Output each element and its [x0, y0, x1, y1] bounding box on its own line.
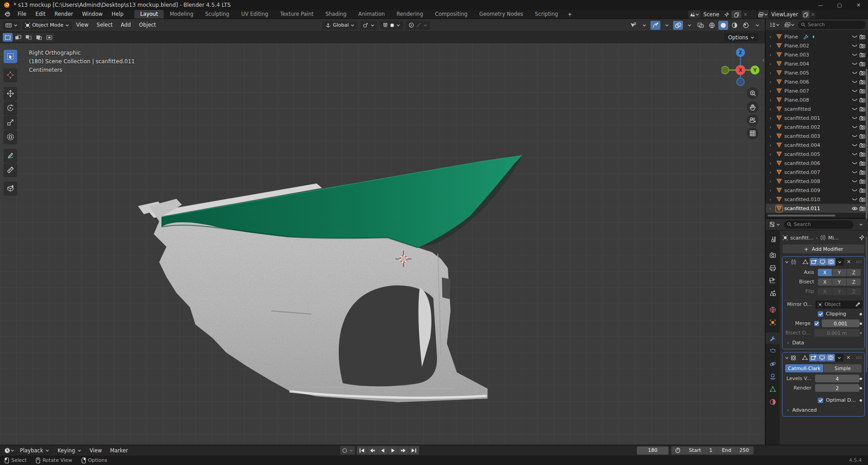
- pin-id-icon[interactable]: [859, 235, 864, 240]
- region-collapse-arrow[interactable]: ‹: [762, 57, 764, 63]
- outliner-item-scanfitted.004[interactable]: ›scanfitted.004: [766, 141, 868, 150]
- camera-visibility-icon[interactable]: [859, 116, 865, 121]
- workspace-tab-uv-editing[interactable]: UV Editing: [235, 10, 274, 19]
- eye-closed-icon[interactable]: [852, 197, 858, 201]
- expand-icon[interactable]: ›: [769, 169, 774, 175]
- timeline-menu-marker[interactable]: Marker: [106, 447, 132, 454]
- eye-closed-icon[interactable]: [852, 125, 858, 129]
- drag-handle-icon[interactable]: [856, 260, 862, 263]
- remove-modifier-icon[interactable]: ✕: [847, 259, 851, 265]
- properties-tab-world-icon[interactable]: [766, 304, 780, 315]
- overlays-dropdown[interactable]: [684, 21, 694, 30]
- camera-visibility-icon[interactable]: [859, 61, 865, 66]
- viewport-menu-object[interactable]: Object: [135, 19, 160, 31]
- eye-closed-icon[interactable]: [852, 80, 858, 84]
- properties-scrollbar[interactable]: [866, 237, 868, 372]
- close-button[interactable]: ✕: [849, 0, 868, 10]
- tool-rotate[interactable]: [4, 101, 17, 115]
- shading-dropdown[interactable]: [752, 21, 762, 30]
- advanced-subpanel-header[interactable]: ›Advanced: [783, 406, 864, 414]
- camera-visibility-icon[interactable]: [859, 143, 865, 148]
- end-frame-field[interactable]: End250: [717, 447, 754, 453]
- workspace-tab-sculpting[interactable]: Sculpting: [199, 10, 235, 19]
- outliner-horizontal-scrollbar[interactable]: [768, 215, 835, 216]
- camera-visibility-icon[interactable]: [859, 107, 865, 112]
- outliner-item-scanfitted.001[interactable]: ›scanfitted.001: [766, 113, 868, 122]
- add-workspace-button[interactable]: +: [564, 11, 576, 18]
- view-layer-icon[interactable]: [758, 10, 768, 19]
- mirror-panel-header[interactable]: ✕: [783, 257, 864, 267]
- eye-closed-icon[interactable]: [852, 134, 858, 138]
- tool-scale[interactable]: [4, 116, 17, 129]
- play-reverse-button[interactable]: [378, 446, 388, 455]
- eyedropper-icon[interactable]: [855, 302, 860, 307]
- use-preview-range-icon[interactable]: [671, 447, 684, 453]
- eye-closed-icon[interactable]: [852, 89, 858, 93]
- camera-visibility-icon[interactable]: [859, 188, 865, 193]
- pin-icon[interactable]: [722, 12, 730, 17]
- workspace-tab-animation[interactable]: Animation: [352, 10, 391, 19]
- expand-icon[interactable]: ›: [769, 206, 774, 211]
- axis-x-button[interactable]: X: [818, 269, 832, 276]
- subdivision-panel-header[interactable]: ✕: [783, 352, 864, 363]
- pan-button[interactable]: [747, 101, 759, 113]
- tool-measure[interactable]: [4, 163, 17, 177]
- outliner-item-scanfitted.010[interactable]: ›scanfitted.010: [766, 195, 868, 204]
- bisect-y-button[interactable]: Y: [832, 278, 846, 286]
- expand-icon[interactable]: ›: [769, 133, 774, 139]
- axis-y-button[interactable]: Y: [832, 269, 846, 276]
- overlays-button[interactable]: [673, 21, 683, 30]
- outliner-item-scanfitted.009[interactable]: ›scanfitted.009: [766, 186, 868, 195]
- expand-icon[interactable]: ›: [769, 61, 774, 67]
- expand-icon[interactable]: ›: [769, 142, 774, 148]
- camera-visibility-icon[interactable]: [859, 197, 865, 202]
- camera-visibility-icon[interactable]: [859, 34, 865, 39]
- timeline-menu-playback[interactable]: Playback: [16, 447, 53, 454]
- menu-help[interactable]: Help: [107, 10, 128, 19]
- extras-dropdown[interactable]: [835, 354, 844, 362]
- drag-handle-icon[interactable]: [856, 356, 862, 359]
- camera-visibility-icon[interactable]: [859, 152, 865, 157]
- outliner-item-plane.006[interactable]: ›Plane.006: [766, 77, 868, 86]
- toggle-ortho-button[interactable]: [747, 127, 759, 139]
- scene-icon[interactable]: [688, 10, 700, 19]
- properties-tab-tool-icon[interactable]: [766, 233, 780, 245]
- minimize-button[interactable]: —: [811, 0, 830, 10]
- optimal-display-checkbox[interactable]: [818, 398, 823, 403]
- breadcrumb-object[interactable]: scanfitt...: [790, 235, 814, 241]
- workspace-tab-texture-paint[interactable]: Texture Paint: [274, 10, 319, 19]
- eye-closed-icon[interactable]: [852, 152, 858, 156]
- eye-closed-icon[interactable]: [852, 107, 858, 111]
- animate-dot[interactable]: ●: [859, 322, 863, 325]
- select-mode-extend[interactable]: [13, 33, 23, 42]
- animate-dot[interactable]: ●: [859, 399, 863, 402]
- eye-closed-icon[interactable]: [852, 116, 858, 120]
- animate-dot[interactable]: ●: [859, 312, 863, 316]
- next-keyframe-button[interactable]: [398, 446, 409, 455]
- outliner-item-plane.008[interactable]: ›Plane.008: [766, 95, 868, 104]
- camera-visibility-icon[interactable]: [859, 179, 865, 184]
- eye-closed-icon[interactable]: [852, 71, 858, 75]
- show-object-types-dropdown[interactable]: [639, 21, 649, 30]
- outliner-item-plane.004[interactable]: ›Plane.004: [766, 59, 868, 68]
- shading-wireframe-button[interactable]: [707, 21, 717, 30]
- bisect-z-button[interactable]: Z: [847, 278, 861, 286]
- remove-modifier-icon[interactable]: ✕: [846, 355, 850, 361]
- menu-file[interactable]: File: [13, 10, 31, 19]
- outliner-item-plane.005[interactable]: ›Plane.005: [766, 68, 868, 77]
- expand-icon[interactable]: ›: [769, 79, 774, 85]
- timeline-editor-type-button[interactable]: [3, 446, 16, 455]
- subdivision-type-catmull-clark[interactable]: Catmull-Clark: [785, 364, 823, 372]
- expand-icon[interactable]: ›: [769, 43, 774, 49]
- axis-z-button[interactable]: Z: [847, 269, 861, 276]
- properties-editor-type-button[interactable]: [768, 220, 782, 229]
- delete-scene-icon[interactable]: ✕: [741, 12, 749, 18]
- properties-tab-render-icon[interactable]: [766, 249, 780, 261]
- blender-menu-icon[interactable]: [4, 11, 10, 17]
- display-mode-selector[interactable]: [768, 20, 781, 29]
- clipping-checkbox[interactable]: [818, 311, 823, 317]
- previous-keyframe-button[interactable]: [367, 446, 378, 455]
- select-mode-set[interactable]: [3, 33, 13, 42]
- flip-y-button[interactable]: Y: [832, 288, 846, 295]
- outliner-vertical-scrollbar[interactable]: [866, 69, 868, 222]
